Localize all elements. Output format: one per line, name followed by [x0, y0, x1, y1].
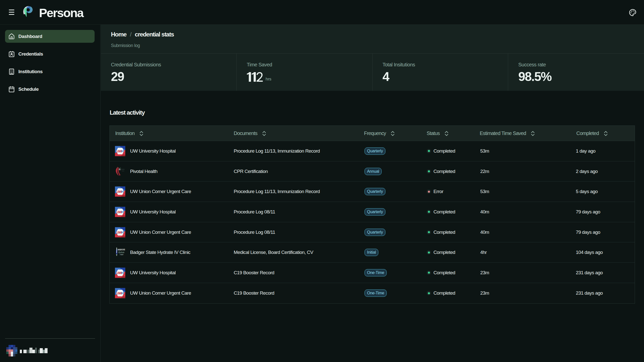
- svg-text:H: H: [122, 190, 124, 194]
- svg-text:Hydrate: Hydrate: [118, 251, 125, 254]
- svg-text:UW: UW: [117, 150, 122, 153]
- svg-text:H: H: [122, 292, 124, 295]
- svg-text:H: H: [122, 150, 124, 153]
- svg-text:H: H: [122, 210, 124, 214]
- svg-text:H: H: [122, 271, 124, 275]
- svg-text:BADGER STATE: BADGER STATE: [118, 249, 125, 251]
- svg-text:UW: UW: [117, 292, 122, 295]
- svg-text:UW: UW: [117, 210, 122, 214]
- svg-text:UW: UW: [117, 271, 122, 275]
- svg-text:IV THERAPY: IV THERAPY: [120, 254, 124, 255]
- svg-text:UW: UW: [117, 190, 122, 194]
- svg-text:UW: UW: [117, 231, 122, 234]
- svg-text:H: H: [122, 231, 124, 234]
